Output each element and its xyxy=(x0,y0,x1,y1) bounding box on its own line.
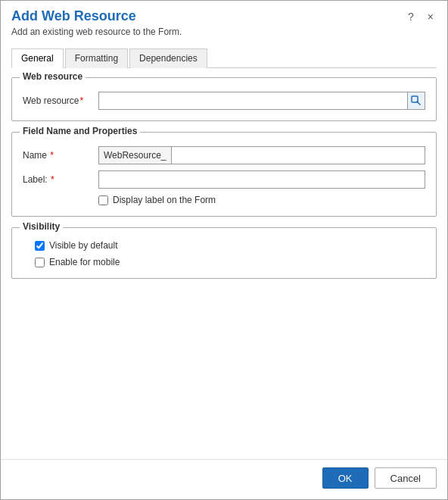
name-suffix-input[interactable] xyxy=(171,146,426,164)
web-resource-row: Web resource* xyxy=(23,92,425,110)
name-input-wrapper: WebResource_ xyxy=(98,146,425,164)
name-label: Name * xyxy=(23,150,98,161)
web-resource-section: Web resource Web resource* xyxy=(11,77,437,121)
name-prefix: WebResource_ xyxy=(98,146,171,164)
web-resource-lookup-btn[interactable] xyxy=(407,92,425,110)
enable-for-mobile-label: Enable for mobile xyxy=(49,257,120,267)
label-input[interactable] xyxy=(98,170,425,189)
cancel-button[interactable]: Cancel xyxy=(375,467,437,489)
label-row: Label: * xyxy=(23,170,425,189)
display-label-text: Display label on the Form xyxy=(113,195,216,205)
visibility-legend: Visibility xyxy=(20,221,63,232)
dialog-title-section: Add Web Resource Add an existing web res… xyxy=(11,8,182,37)
dialog-body: General Formatting Dependencies Web reso… xyxy=(1,42,447,459)
name-required-star: * xyxy=(50,150,54,161)
web-resource-input-wrapper xyxy=(98,92,425,110)
label-required-star: * xyxy=(51,174,54,185)
dialog-footer: OK Cancel xyxy=(1,459,447,499)
dialog-controls: ? × xyxy=(405,8,437,23)
web-resource-required-star: * xyxy=(79,95,83,106)
visible-by-default-row: Visible by default xyxy=(35,240,425,251)
visible-by-default-checkbox[interactable] xyxy=(35,241,45,251)
visibility-section: Visibility Visible by default Enable for… xyxy=(11,227,437,279)
web-resource-label: Web resource* xyxy=(23,95,98,106)
tab-general[interactable]: General xyxy=(11,48,64,68)
lookup-icon xyxy=(411,95,422,106)
name-row: Name * WebResource_ xyxy=(23,146,425,164)
dialog-titlebar: Add Web Resource Add an existing web res… xyxy=(1,1,447,42)
add-web-resource-dialog: Add Web Resource Add an existing web res… xyxy=(0,0,448,500)
web-resource-input[interactable] xyxy=(98,92,407,110)
ok-button[interactable]: OK xyxy=(322,467,369,489)
field-name-section: Field Name and Properties Name * WebReso… xyxy=(11,132,437,217)
svg-line-1 xyxy=(417,102,421,105)
display-label-row: Display label on the Form xyxy=(98,195,425,205)
label-field-label: Label: * xyxy=(23,174,98,185)
close-button[interactable]: × xyxy=(425,10,437,23)
tab-bar: General Formatting Dependencies xyxy=(11,48,437,68)
dialog-title: Add Web Resource xyxy=(11,8,182,24)
enable-for-mobile-checkbox[interactable] xyxy=(35,258,45,267)
tab-dependencies[interactable]: Dependencies xyxy=(129,48,207,68)
help-button[interactable]: ? xyxy=(405,10,417,23)
enable-for-mobile-row: Enable for mobile xyxy=(35,257,425,267)
web-resource-legend: Web resource xyxy=(20,71,86,82)
display-label-checkbox[interactable] xyxy=(98,195,108,205)
dialog-subtitle: Add an existing web resource to the Form… xyxy=(11,27,182,37)
visible-by-default-label: Visible by default xyxy=(49,240,118,251)
field-name-legend: Field Name and Properties xyxy=(20,126,140,136)
tab-formatting[interactable]: Formatting xyxy=(65,48,128,68)
